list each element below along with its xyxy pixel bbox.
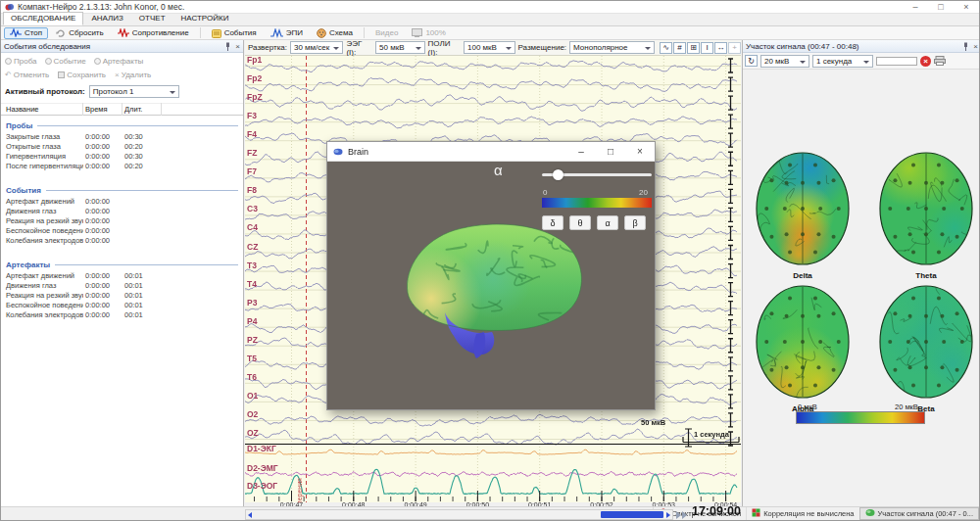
protocol-select[interactable]: Протокол 1 bbox=[89, 85, 179, 98]
event-type-radio-0[interactable]: Проба bbox=[5, 57, 37, 66]
action-label: Удалить bbox=[122, 71, 152, 79]
row-duration: 00:01 bbox=[122, 310, 162, 320]
events-button[interactable]: События bbox=[206, 27, 263, 39]
maximize-icon[interactable]: □ bbox=[596, 142, 625, 162]
map-duration-select[interactable]: 1 секунда bbox=[812, 55, 873, 68]
eeg-gain-select[interactable]: 50 мкВ bbox=[375, 41, 425, 54]
poly-channel-label: D3-ЭОГ bbox=[247, 482, 277, 491]
event-type-radio-2[interactable]: Артефакты bbox=[94, 57, 144, 66]
radio-label: Событие bbox=[54, 57, 86, 66]
brain-3d-svg[interactable] bbox=[390, 209, 596, 365]
impedance-button[interactable]: Сопротивление bbox=[112, 27, 195, 39]
tab-2[interactable]: ОТЧЕТ bbox=[131, 12, 173, 25]
map-amplitude-select[interactable]: 20 мкВ bbox=[760, 55, 809, 68]
brain-window-titlebar[interactable]: Brain – □ × bbox=[327, 142, 655, 162]
pin-icon[interactable] bbox=[224, 42, 231, 51]
scroll-left-icon[interactable] bbox=[248, 512, 252, 518]
epi-button[interactable]: ЭПИ bbox=[265, 27, 309, 39]
fast-forward-icon[interactable] bbox=[676, 511, 687, 519]
scroll-right-icon[interactable] bbox=[666, 512, 670, 518]
stop-button[interactable]: Стоп bbox=[4, 27, 48, 39]
table-row[interactable]: Колебания электродов0:00:00 bbox=[1, 236, 243, 246]
events-section-2: АртефактыАртефакт движений0:00:0000:01Дв… bbox=[1, 259, 243, 320]
table-row[interactable]: Движения глаз0:00:0000:01 bbox=[1, 281, 243, 291]
table-row[interactable]: Артефакт движений0:00:0000:01 bbox=[1, 271, 243, 281]
cancel-compute-icon[interactable]: × bbox=[920, 56, 931, 67]
close-icon[interactable]: × bbox=[954, 1, 979, 14]
close-icon[interactable]: × bbox=[625, 142, 655, 162]
events-panel-title: События обследования bbox=[4, 42, 90, 51]
poly-gain-select[interactable]: 100 мкВ bbox=[464, 41, 514, 54]
view-button-5[interactable]: + bbox=[728, 42, 741, 54]
window-title: Компакт-Нейро 2.1.3.13: John Konor, 0 ме… bbox=[18, 2, 184, 12]
row-duration bbox=[122, 207, 162, 216]
montage-select[interactable]: Монополярное bbox=[569, 41, 655, 54]
table-row[interactable]: Гипервентиляция0:00:0000:30 bbox=[1, 152, 243, 162]
row-name: Гипервентиляция bbox=[1, 152, 83, 162]
channel-label: T5 bbox=[247, 355, 257, 363]
status-item-1[interactable]: Корреляция не вычислена bbox=[746, 507, 858, 520]
table-row[interactable]: Движения глаз0:00:00 bbox=[1, 207, 243, 216]
signal-panel-toolbar: ↻ 20 мкВ 1 секунда × bbox=[743, 53, 980, 70]
correlation-icon bbox=[752, 508, 760, 519]
band-button-2[interactable]: α bbox=[597, 215, 618, 230]
status-item-2[interactable]: Участок сигнала (00:47 - 0... bbox=[859, 507, 979, 520]
table-row[interactable]: После гипервентиляции0:00:0000:20 bbox=[1, 162, 243, 171]
minimize-icon[interactable]: – bbox=[566, 142, 596, 162]
panel-close-icon[interactable]: × bbox=[235, 42, 240, 51]
zoom-100-button[interactable]: 100% bbox=[406, 27, 451, 39]
tab-1[interactable]: АНАЛИЗ bbox=[83, 12, 130, 25]
table-row[interactable]: Беспокойное поведение0:00:0000:01 bbox=[1, 301, 243, 310]
events-table-body: ПробыЗакрытые глаза0:00:0000:30Открытые … bbox=[1, 119, 243, 320]
tab-3[interactable]: НАСТРОЙКИ bbox=[173, 12, 237, 25]
chevron-down-icon bbox=[333, 47, 339, 50]
print-icon[interactable] bbox=[934, 56, 946, 66]
horizontal-scrollbar[interactable] bbox=[245, 509, 673, 520]
rotate-3d-button[interactable]: ↻ bbox=[745, 55, 758, 67]
topo-map-alpha: Alpha bbox=[752, 283, 854, 413]
brain-3d-view[interactable] bbox=[390, 209, 596, 367]
table-row[interactable]: Реакция на резкий звук0:00:0000:01 bbox=[1, 291, 243, 301]
pin-icon[interactable] bbox=[962, 42, 969, 51]
table-row[interactable]: Закрытые глаза0:00:0000:30 bbox=[1, 132, 243, 142]
band-slider[interactable] bbox=[542, 173, 652, 176]
view-button-1[interactable]: # bbox=[673, 42, 686, 54]
view-button-3[interactable]: I bbox=[701, 42, 713, 54]
poly-channel-label: D1-ЭКГ bbox=[247, 445, 276, 453]
table-row[interactable]: Открытые глаза0:00:0000:20 bbox=[1, 142, 243, 152]
brain-3d-window[interactable]: Brain – □ × α 0 20 δθαβ bbox=[326, 141, 656, 410]
event-type-radio-1[interactable]: Событие bbox=[45, 57, 86, 66]
epi-icon bbox=[270, 28, 283, 38]
maximize-icon[interactable]: □ bbox=[928, 1, 954, 14]
video-button[interactable]: Видео bbox=[369, 27, 404, 39]
record-clock: 17:09:00 bbox=[687, 504, 741, 518]
panel-close-icon[interactable]: × bbox=[973, 42, 978, 51]
sweep-select[interactable]: 30 мм/сек bbox=[290, 41, 343, 54]
event-action-1[interactable]: Сохранить bbox=[58, 71, 106, 79]
minimize-icon[interactable]: – bbox=[903, 1, 928, 14]
table-row[interactable]: Колебания электродов0:00:0000:01 bbox=[1, 310, 243, 320]
events-panel-header: События обследования × bbox=[1, 40, 243, 53]
event-action-0[interactable]: ↶Отменить bbox=[5, 71, 49, 79]
channel-label: PZ bbox=[247, 336, 258, 345]
chevron-down-icon bbox=[800, 61, 806, 64]
table-row[interactable]: Беспокойное поведение0:00:00 bbox=[1, 226, 243, 236]
view-button-0[interactable]: ∿ bbox=[660, 42, 672, 54]
channel-label: F7 bbox=[247, 167, 257, 176]
scrollbar-thumb[interactable] bbox=[601, 511, 663, 518]
row-time: 0:00:00 bbox=[83, 281, 122, 291]
channel-label: FpZ bbox=[247, 93, 263, 102]
table-row[interactable]: Артефакт движений0:00:00 bbox=[1, 197, 243, 207]
protocol-label: Активный протокол: bbox=[5, 87, 85, 96]
row-time: 0:00:00 bbox=[83, 226, 122, 236]
view-button-2[interactable]: ⊞ bbox=[687, 42, 700, 54]
slider-thumb[interactable] bbox=[553, 169, 564, 180]
reset-button[interactable]: Сбросить bbox=[50, 27, 110, 39]
view-button-4[interactable]: ↔ bbox=[714, 42, 727, 54]
table-row[interactable]: Реакция на резкий звук0:00:00 bbox=[1, 216, 243, 226]
band-button-3[interactable]: β bbox=[624, 215, 646, 230]
tab-0[interactable]: ОБСЛЕДОВАНИЕ bbox=[3, 12, 83, 25]
event-action-2[interactable]: ×Удалить bbox=[115, 71, 151, 79]
schema-button[interactable]: Схема bbox=[311, 27, 359, 39]
row-name: После гипервентиляции bbox=[1, 162, 83, 171]
